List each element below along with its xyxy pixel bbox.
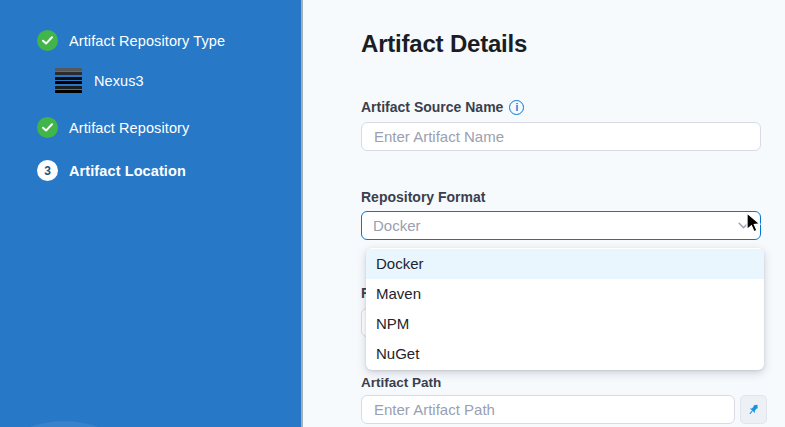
sidebar-item-artifact-repository[interactable]: Artifact Repository: [0, 117, 301, 138]
artifact-details-panel: Artifact Details Artifact Source Name i …: [303, 0, 785, 427]
page-title: Artifact Details: [361, 30, 785, 58]
artifact-path-label: Artifact Path: [361, 375, 761, 390]
sidebar-item-artifact-location[interactable]: 3 Artifact Location: [0, 160, 301, 181]
nexus3-logo-icon: [55, 68, 82, 93]
dropdown-option-docker[interactable]: Docker: [366, 249, 764, 279]
artifact-source-name-input[interactable]: [361, 122, 761, 151]
artifact-source-name-label: Artifact Source Name i: [361, 99, 761, 115]
info-icon[interactable]: i: [509, 100, 524, 115]
select-value: Docker: [373, 217, 421, 234]
pin-button[interactable]: [740, 395, 767, 424]
step-label: Artifact Repository: [69, 120, 189, 136]
pin-icon: [746, 402, 761, 417]
sidebar-item-artifact-repository-type[interactable]: Artifact Repository Type: [0, 30, 301, 51]
artifact-path-input[interactable]: [361, 395, 735, 424]
dropdown-option-npm[interactable]: NPM: [366, 309, 764, 339]
wizard-steps-sidebar: Artifact Repository Type Nexus3 Artifact…: [0, 0, 303, 427]
dropdown-option-nuget[interactable]: NuGet: [366, 339, 764, 369]
dropdown-option-maven[interactable]: Maven: [366, 279, 764, 309]
step-label: Artifact Location: [69, 163, 186, 179]
check-icon: [37, 117, 58, 138]
step-label: Artifact Repository Type: [69, 33, 225, 49]
step-label: Nexus3: [94, 73, 144, 89]
repository-format-dropdown: Docker Maven NPM NuGet: [366, 248, 764, 370]
sidebar-item-nexus3[interactable]: Nexus3: [0, 68, 301, 93]
repository-format-label: Repository Format: [361, 189, 761, 205]
repository-format-select[interactable]: Docker: [361, 211, 761, 240]
check-icon: [37, 30, 58, 51]
artifact-wizard: Artifact Repository Type Nexus3 Artifact…: [0, 0, 785, 427]
step-number-badge: 3: [37, 160, 58, 181]
chevron-down-icon: [738, 222, 749, 229]
